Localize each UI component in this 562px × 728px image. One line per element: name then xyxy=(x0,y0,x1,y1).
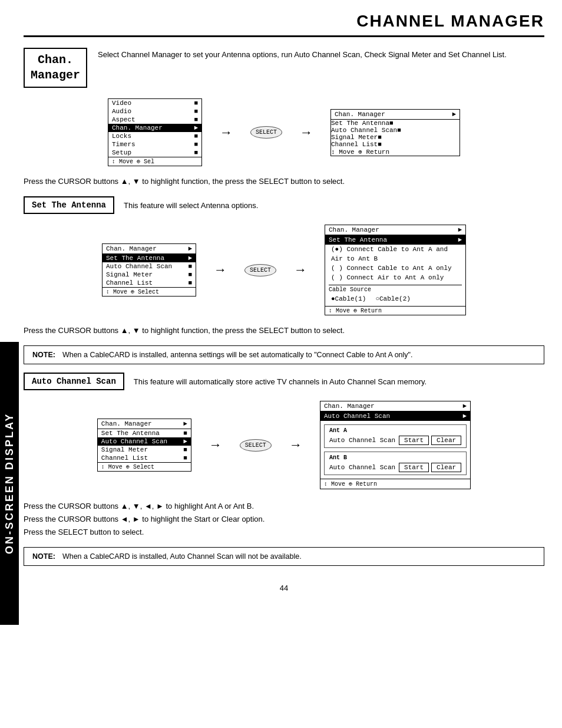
ant-opt-3: ( ) Connect Air to Ant A only xyxy=(325,273,465,282)
auto-scan-panel: Chan. Manager► Auto Channel Scan► Ant A … xyxy=(320,401,471,489)
ant-a-title: Ant A xyxy=(329,427,461,434)
menu-item-chan-manager: Chan. Manager► xyxy=(108,124,201,132)
l3-bottom: ↕ Move ⊕ Select xyxy=(98,462,191,471)
ant-b-start-btn[interactable]: Start xyxy=(399,463,429,472)
menu-item-aspect: Aspect■ xyxy=(108,116,201,124)
intro-description: Select Channel Manager to set your Anten… xyxy=(98,48,544,59)
note-2-label: NOTE: xyxy=(32,552,55,561)
l2-signal: Signal Meter■ xyxy=(103,271,196,279)
select-button-2[interactable]: SELECT xyxy=(244,264,276,276)
l2-auto-scan: Auto Channel Scan■ xyxy=(103,262,196,271)
sidebar-label: ON-SCREEN DISPLAY xyxy=(0,342,19,625)
antenna-options-panel: Chan. Manager► Set The Antenna► (●) Conn… xyxy=(325,225,466,315)
menu-item-video: Video■ xyxy=(108,99,201,107)
diagram-row-2: Chan. Manager► Set The Antenna► Auto Cha… xyxy=(24,225,544,315)
right-menu-1-bottom: ↕ Move ⊕ Return xyxy=(331,148,459,156)
arrow-right-2: → xyxy=(300,125,313,140)
set-antenna-label: Set The Antenna xyxy=(24,196,114,214)
l2-set-antenna: Set The Antenna► xyxy=(103,254,196,262)
instruction-line-1: Press the CURSOR buttons ▲, ▼, ◄, ► to h… xyxy=(24,500,544,513)
page-number: 44 xyxy=(24,584,544,592)
ant-opt-2: ( ) Connect Cable to Ant A only xyxy=(325,263,465,273)
l3-set-antenna: Set The Antenna■ xyxy=(98,429,191,437)
ant-b-title: Ant B xyxy=(329,454,461,461)
auto-scan-label: Auto Channel Scan xyxy=(24,373,124,390)
menu-item-setup: Setup■ xyxy=(108,149,201,157)
cursor-instruction-2: Press the CURSOR buttons ▲, ▼ to highlig… xyxy=(24,326,544,335)
ant-panel-bottom: ↕ Move ⊕ Return xyxy=(325,306,465,315)
ant-opt-1b: Air to Ant B xyxy=(325,254,465,263)
menu-item-timers: Timers■ xyxy=(108,140,201,149)
intro-section: Chan. Manager Select Channel Manager to … xyxy=(24,48,544,88)
ant-opt-1: (●) Connect Cable to Ant A and xyxy=(325,245,465,254)
left-menu-2-header: Chan. Manager► xyxy=(103,244,196,254)
set-antenna-section: Set The Antenna This feature will select… xyxy=(24,196,544,214)
page-title: CHANNEL MANAGER xyxy=(24,12,544,37)
instruction-line-2: Press the CURSOR buttons ◄, ► to highlig… xyxy=(24,513,544,526)
right-menu-item-auto-scan: Auto Channel Scan■ xyxy=(331,127,459,134)
note-2-text: When a CableCARD is installed, Auto Chan… xyxy=(62,552,302,561)
left-menu-3: Chan. Manager► Set The Antenna■ Auto Cha… xyxy=(97,419,191,472)
arrow-right-6: → xyxy=(289,437,302,453)
ant-panel-subheader: Set The Antenna► xyxy=(325,235,465,245)
l3-chan-list: Channel List■ xyxy=(98,454,191,462)
ant-a-section: Ant A Auto Channel Scan Start Clear xyxy=(324,424,467,448)
auto-scan-description: This feature will automatically store ac… xyxy=(134,377,427,386)
ant-b-scan-label: Auto Channel Scan xyxy=(329,464,395,471)
note-1-label: NOTE: xyxy=(32,351,55,359)
note-1-text: When a CableCARD is installed, antenna s… xyxy=(62,351,413,359)
ant-a-start-btn[interactable]: Start xyxy=(399,436,429,445)
right-menu-item-set-antenna: Set The Antenna■ xyxy=(331,120,459,127)
ant-panel-header: Chan. Manager► xyxy=(325,225,465,235)
l3-signal: Signal Meter■ xyxy=(98,446,191,454)
left-menu-2: Chan. Manager► Set The Antenna► Auto Cha… xyxy=(102,243,196,297)
right-menu-1-header: Chan. Manager ► xyxy=(331,110,459,120)
l2-chan-list: Channel List■ xyxy=(103,279,196,287)
ant-a-clear-btn[interactable]: Clear xyxy=(431,436,461,445)
right-menu-item-chan-list: Channel List■ xyxy=(331,141,459,148)
note-box-1: NOTE: When a CableCARD is installed, ant… xyxy=(24,345,544,364)
ant-a-scan-label: Auto Channel Scan xyxy=(329,437,395,444)
right-menu-item-signal: Signal Meter■ xyxy=(331,134,459,141)
diagram-row-3: Chan. Manager► Set The Antenna■ Auto Cha… xyxy=(24,401,544,489)
note-box-2: NOTE: When a CableCARD is installed, Aut… xyxy=(24,547,544,566)
menu-bottom-1: ↕ Move ⊕ Sel xyxy=(108,157,201,166)
select-button-3[interactable]: SELECT xyxy=(240,439,272,452)
ant-b-section: Ant B Auto Channel Scan Start Clear xyxy=(324,452,467,475)
auto-scan-panel-header: Chan. Manager► xyxy=(320,401,470,411)
menu-item-locks: Locks■ xyxy=(108,132,201,140)
l2-bottom: ↕ Move ⊕ Select xyxy=(103,287,196,296)
ant-b-clear-btn[interactable]: Clear xyxy=(431,463,461,472)
auto-scan-panel-subheader: Auto Channel Scan► xyxy=(320,411,470,421)
left-menu-3-header: Chan. Manager► xyxy=(98,419,191,429)
cable-source: Cable Source ●Cable(1) ○Cable(2) xyxy=(329,285,462,304)
arrow-right-5: → xyxy=(209,437,222,453)
auto-scan-section: Auto Channel Scan This feature will auto… xyxy=(24,373,544,390)
set-antenna-description: This feature will select Antenna options… xyxy=(124,201,258,210)
arrow-right-3: → xyxy=(214,262,227,278)
right-menu-1: Chan. Manager ► Set The Antenna■ Auto Ch… xyxy=(330,109,460,156)
multi-instructions: Press the CURSOR buttons ▲, ▼, ◄, ► to h… xyxy=(24,500,544,539)
auto-scan-panel-bottom: ↕ Move ⊕ Return xyxy=(320,479,470,489)
left-menu-1: Video■ Audio■ Aspect■ Chan. Manager► Loc… xyxy=(108,98,202,166)
chan-manager-logo: Chan. Manager xyxy=(24,48,87,88)
cursor-instruction-1: Press the CURSOR buttons ▲, ▼ to highlig… xyxy=(24,177,544,186)
arrow-right-1: → xyxy=(220,125,233,140)
arrow-right-4: → xyxy=(294,262,307,278)
select-button-1[interactable]: SELECT xyxy=(250,126,282,139)
l3-auto-scan: Auto Channel Scan► xyxy=(98,437,191,446)
menu-item-audio: Audio■ xyxy=(108,107,201,116)
diagram-row-1: Video■ Audio■ Aspect■ Chan. Manager► Loc… xyxy=(24,98,544,166)
instruction-line-3: Press the SELECT button to select. xyxy=(24,526,544,539)
